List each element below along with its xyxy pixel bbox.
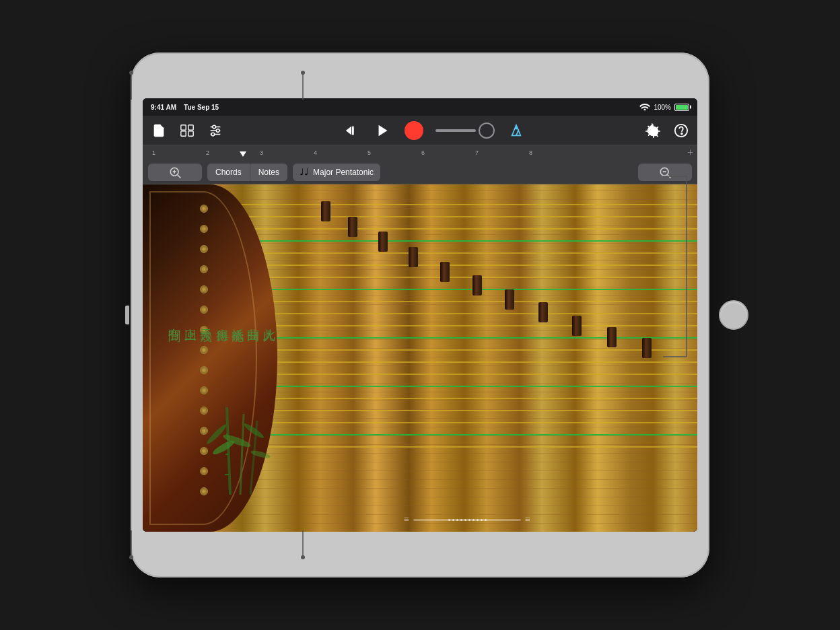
svg-line-20 [178,174,181,178]
scrollbar-track[interactable] [413,519,521,521]
scale-music-icon: ♩♩ [300,166,309,178]
chords-button[interactable]: Chords [207,164,250,181]
record-button[interactable] [405,121,423,140]
tuning-peg-1[interactable] [200,205,208,213]
svg-rect-53 [505,289,514,310]
home-button[interactable] [719,300,748,330]
ruler-mark-7: 7 [475,149,479,156]
playhead-triangle [240,151,246,157]
svg-rect-55 [572,316,582,336]
ruler-mark-3: 3 [260,149,263,156]
tracks-button[interactable] [178,121,197,140]
scale-selector-button[interactable]: ♩♩ Major Pentatonic [293,164,380,181]
new-song-button[interactable] [149,121,168,140]
tuning-peg-6[interactable] [200,306,208,314]
add-section-button[interactable]: + [687,147,693,159]
svg-rect-56 [607,327,617,347]
toolbar-center-group [343,121,526,140]
rewind-button[interactable] [343,121,361,140]
svg-rect-1 [188,125,193,129]
svg-point-65 [205,423,228,446]
tempo-control [435,123,495,139]
svg-marker-12 [379,125,388,136]
status-date: Tue Sep 15 [184,104,219,111]
scrollbar-right-icon[interactable]: ≡ [525,514,530,525]
svg-line-24 [668,174,671,178]
main-toolbar [143,116,697,145]
ruler-mark-1: 1 [152,149,155,156]
calligraphy-text: 此 曲 祇 應 天 上 有 人 間 能 得 幾 回 [166,319,279,320]
tuning-peg-4[interactable] [200,265,208,273]
scale-name-label: Major Pentatonic [313,168,374,177]
status-time-date: 9:41 AM Tue Sep 15 [151,104,219,111]
tuning-peg-8[interactable] [200,346,208,354]
ruler-mark-2: 2 [206,149,209,156]
svg-marker-13 [512,125,521,135]
bamboo-art [203,400,291,495]
scrollbar-left-icon[interactable]: ≡ [404,514,409,525]
svg-line-14 [516,129,519,135]
battery-icon [674,104,689,111]
mixer-button[interactable] [206,121,225,140]
status-right-icons: 100% [639,102,689,112]
controls-bar: Chords Notes ♩♩ Major Pentatonic [143,160,697,184]
notes-button[interactable]: Notes [250,164,287,181]
svg-rect-48 [348,217,357,237]
zoom-in-button[interactable] [148,164,202,181]
ruler-mark-6: 6 [421,149,425,156]
tuning-peg-5[interactable] [200,285,208,293]
svg-rect-11 [352,126,354,135]
svg-rect-49 [378,232,388,252]
tuning-peg-2[interactable] [200,225,208,233]
svg-line-58 [227,407,230,495]
status-time: 9:41 AM [151,104,176,111]
scrollbar-area[interactable]: ≡ ≡ [250,513,684,526]
svg-rect-47 [321,201,330,221]
svg-rect-3 [188,131,193,135]
timeline-ruler[interactable]: 1 2 3 4 5 6 7 8 + [143,145,697,160]
settings-button[interactable] [643,121,662,140]
ruler-mark-4: 4 [314,149,317,156]
svg-rect-52 [473,275,482,295]
zoom-out-button[interactable] [638,164,692,181]
svg-point-18 [681,133,682,134]
tuning-peg-7[interactable] [200,326,208,334]
ruler-mark-8: 8 [529,149,532,156]
ipad-screen: 9:41 AM Tue Sep 15 100% [143,98,697,532]
svg-point-7 [213,125,216,129]
play-button[interactable] [374,121,392,140]
status-bar: 9:41 AM Tue Sep 15 100% [143,98,697,116]
ruler-mark-5: 5 [368,149,371,156]
toolbar-right-group [643,121,691,140]
guzheng-instrument-area[interactable]: 此 曲 祇 應 天 上 有 人 間 能 得 幾 回 [143,184,697,532]
battery-fill [676,105,688,110]
svg-point-15 [516,127,518,129]
wifi-icon [639,102,650,112]
svg-point-67 [242,421,265,440]
help-button[interactable] [672,121,691,140]
tuning-peg-9[interactable] [200,366,208,374]
battery-percent: 100% [654,104,671,111]
scrollbar-dots [448,519,487,521]
tempo-slider[interactable] [435,129,476,132]
tuning-peg-10[interactable] [200,386,208,394]
ipad-device: 9:41 AM Tue Sep 15 100% [131,53,709,578]
svg-rect-0 [181,125,186,129]
svg-rect-51 [440,262,450,282]
svg-rect-2 [181,131,186,135]
svg-point-8 [216,129,219,132]
toolbar-left-group [149,121,225,140]
count-in-indicator [479,123,495,139]
metronome-button[interactable] [507,121,526,140]
chord-notes-toggle: Chords Notes [207,164,287,181]
svg-rect-54 [538,302,548,322]
svg-marker-10 [346,126,351,135]
svg-rect-57 [642,338,652,358]
side-button[interactable] [125,306,129,324]
svg-line-59 [240,414,244,495]
tuning-peg-3[interactable] [200,245,208,253]
svg-rect-50 [409,247,418,267]
svg-point-9 [211,133,215,136]
